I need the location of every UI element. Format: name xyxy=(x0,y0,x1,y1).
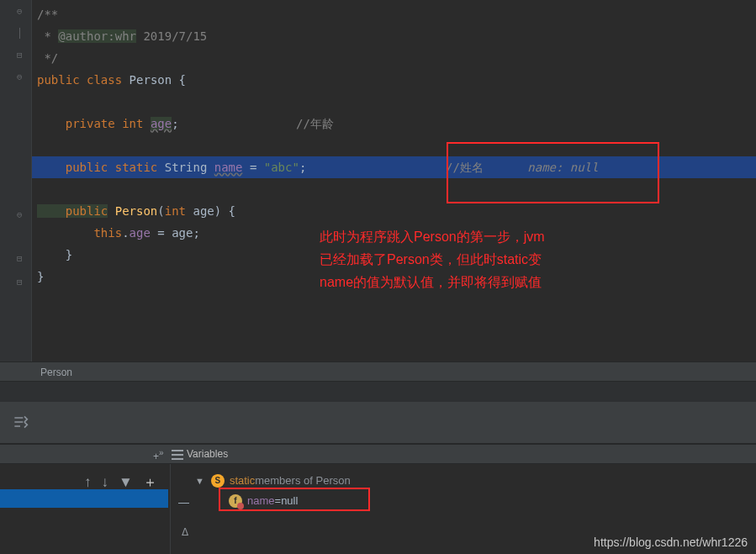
add-watch-icon[interactable]: ＋ xyxy=(143,475,157,489)
fold-close-icon[interactable]: ⊟ xyxy=(17,277,23,287)
static-badge-icon: S xyxy=(211,474,225,488)
field-badge-icon: f xyxy=(229,494,242,508)
watermark: https://blog.csdn.net/whr1226 xyxy=(594,536,748,549)
gutter: ⊖ │ ⊟ ⊖ ⊖ ⊟ ⊟ xyxy=(0,0,32,361)
fold-close-icon[interactable]: ⊟ xyxy=(17,254,23,263)
editor-empty-strip xyxy=(0,382,756,402)
current-execution-line: public static String name = "abc";//姓名 n… xyxy=(32,156,756,178)
remove-watch-icon[interactable]: — xyxy=(178,496,189,509)
variables-tree[interactable]: ▼ S static members of Person f name = nu… xyxy=(195,471,351,511)
fold-line-icon: │ xyxy=(17,29,23,38)
author-tag: @author:whr xyxy=(58,29,136,43)
field-age: age xyxy=(151,117,172,130)
step-down-icon[interactable]: ↓ xyxy=(102,475,109,489)
breadcrumb-item[interactable]: Person xyxy=(40,367,72,378)
svg-rect-0 xyxy=(172,450,183,451)
collapse-icon[interactable]: ᐃ xyxy=(182,526,188,538)
field-name: name xyxy=(214,161,243,174)
new-watch-icon[interactable]: +» xyxy=(153,448,164,462)
step-up-icon[interactable]: ↑ xyxy=(84,475,92,489)
step-shortcut-icon[interactable] xyxy=(12,414,29,430)
tree-row-name[interactable]: f name = null xyxy=(229,491,351,511)
variables-toolbar: ↑ ↓ ▼ ＋ xyxy=(84,471,193,493)
debug-shortcut-bar xyxy=(0,402,756,444)
code-editor[interactable]: ⊖ │ ⊟ ⊖ ⊖ ⊟ ⊟ /** * @author:whr 2019/7/1… xyxy=(0,0,756,361)
breadcrumb[interactable]: Person xyxy=(0,361,756,382)
comment-name: //姓名 xyxy=(446,156,484,178)
annotation-text: 此时为程序跳入Person的第一步，jvm 已经加载了Person类，但此时st… xyxy=(320,225,545,293)
tree-row-static[interactable]: ▼ S static members of Person xyxy=(195,471,351,491)
variables-menu-icon[interactable] xyxy=(172,449,183,461)
fold-open-icon[interactable]: ⊖ xyxy=(17,7,23,16)
svg-rect-2 xyxy=(172,458,183,460)
variables-separator xyxy=(170,464,171,554)
comment: /** xyxy=(37,8,58,21)
fold-open-icon[interactable]: ⊖ xyxy=(17,72,23,82)
constructor-name: Person xyxy=(108,204,157,218)
filter-icon[interactable]: ▼ xyxy=(119,475,133,489)
inline-debug-hint: name: null xyxy=(506,156,599,178)
comment-age: //年龄 xyxy=(296,113,334,135)
svg-rect-1 xyxy=(172,454,183,456)
variables-title: Variables xyxy=(187,448,228,460)
fold-close-icon[interactable]: ⊟ xyxy=(17,50,23,60)
variables-header: +» Variables xyxy=(0,444,756,464)
fold-open-icon[interactable]: ⊖ xyxy=(17,210,23,219)
expand-icon[interactable]: ▼ xyxy=(195,471,204,491)
